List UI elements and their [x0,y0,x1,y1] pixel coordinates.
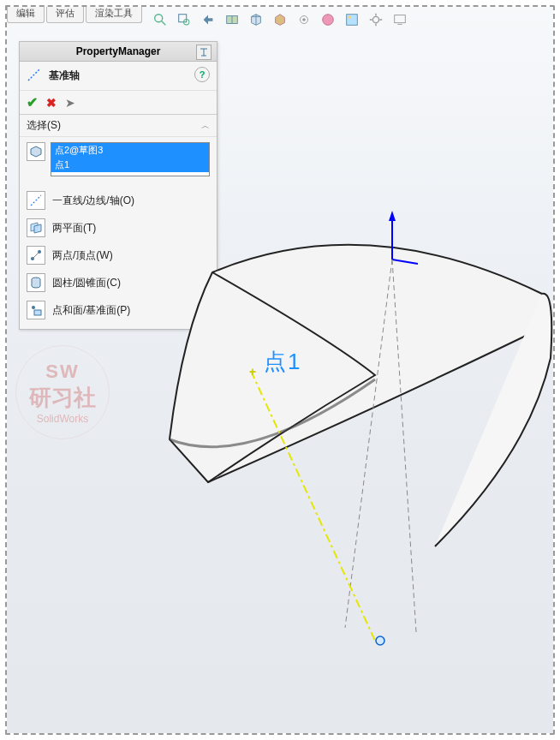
svg-point-28 [376,636,384,645]
tab-render-tools[interactable]: 渲染工具 [86,7,142,23]
option-two-planes[interactable]: 两平面(T) [20,214,217,242]
svg-point-20 [32,306,35,309]
view-toolbar [151,10,409,29]
appearance-icon[interactable] [319,10,337,29]
prev-view-icon[interactable] [199,10,217,29]
view-orientation-icon[interactable] [247,10,265,29]
chevron-up-icon: ︿ [201,120,210,132]
panel-pin-icon[interactable] [196,45,211,60]
option-two-points[interactable]: 两点/顶点(W) [20,242,217,269]
cylinder-icon [27,273,45,292]
tab-evaluate[interactable]: 评估 [46,7,84,23]
property-manager-panel: PropertyManager 基准轴 ? ✔ ✖ ➤ 选择(S) ︿ [19,41,217,330]
watermark-top: SW [45,361,79,383]
hide-show-icon[interactable] [295,10,313,29]
point-marker: + [249,365,256,379]
svg-line-25 [345,260,392,628]
pushpin-icon[interactable]: ➤ [65,96,75,110]
feature-name: 基准轴 [49,69,80,83]
svg-point-10 [349,16,352,20]
svg-line-14 [28,69,40,81]
watermark-mid: 研习社 [29,383,96,413]
selection-list[interactable]: 点2@草图3 点1 [51,142,210,176]
selection-row: 点2@草图3 点1 [20,137,217,182]
section-header-label: 选择(S) [27,118,61,133]
option-label: 圆柱/圆锥面(C) [52,276,121,290]
settings-icon[interactable] [366,10,385,29]
two-points-icon [27,246,45,265]
svg-line-1 [162,21,166,26]
section-view-icon[interactable] [223,10,241,29]
screen-icon[interactable] [390,10,409,29]
display-style-icon[interactable] [271,10,289,29]
selection-filter-icon[interactable] [27,142,45,161]
tab-edit[interactable]: 编辑 [7,7,45,23]
svg-line-24 [392,260,418,264]
option-label: 一直线/边线/轴(O) [52,194,134,208]
option-cylinder-cone[interactable]: 圆柱/圆锥面(C) [20,269,217,296]
svg-point-8 [323,15,334,26]
panel-title: PropertyManager [20,42,217,62]
svg-point-0 [155,15,163,22]
zoom-icon[interactable] [151,10,170,29]
feature-row: 基准轴 ? [20,62,217,91]
selection-item[interactable]: 点2@草图3 [51,143,209,158]
viewport[interactable]: 编辑 评估 渲染工具 PropertyManager 基准轴 ? [7,7,553,733]
svg-marker-23 [389,211,396,221]
option-point-face[interactable]: 点和面/基准面(P) [20,296,217,324]
scene-icon[interactable] [343,10,361,29]
svg-rect-2 [179,15,187,22]
watermark-bot: SolidWorks [37,413,88,425]
svg-rect-9 [347,15,358,26]
svg-line-27 [251,371,375,641]
option-label: 点和面/基准面(P) [52,303,130,318]
svg-line-26 [392,260,416,632]
zoom-area-icon[interactable] [175,10,194,29]
command-tabs: 编辑 评估 渲染工具 [7,7,142,23]
option-label: 两平面(T) [52,221,96,236]
two-planes-icon [27,218,45,237]
axis-icon [27,67,42,85]
panel-title-text: PropertyManager [76,45,161,57]
point-face-icon [27,301,45,319]
selection-item[interactable]: 点1 [51,158,209,172]
line-icon [27,191,45,210]
svg-line-18 [33,252,39,259]
watermark: SW 研习社 SolidWorks [15,345,110,439]
svg-point-11 [372,16,378,22]
svg-point-7 [302,18,306,21]
ok-icon[interactable]: ✔ [27,94,38,110]
confirm-row: ✔ ✖ ➤ [20,91,217,115]
svg-rect-21 [34,310,41,315]
svg-rect-12 [395,15,406,23]
svg-line-15 [31,195,41,206]
help-icon[interactable]: ? [194,67,210,82]
point1-label: 点1 [264,347,301,377]
section-header-select[interactable]: 选择(S) ︿ [20,115,217,137]
cancel-icon[interactable]: ✖ [46,96,57,110]
option-line-edge-axis[interactable]: 一直线/边线/轴(O) [20,187,217,214]
option-label: 两点/顶点(W) [52,248,113,263]
